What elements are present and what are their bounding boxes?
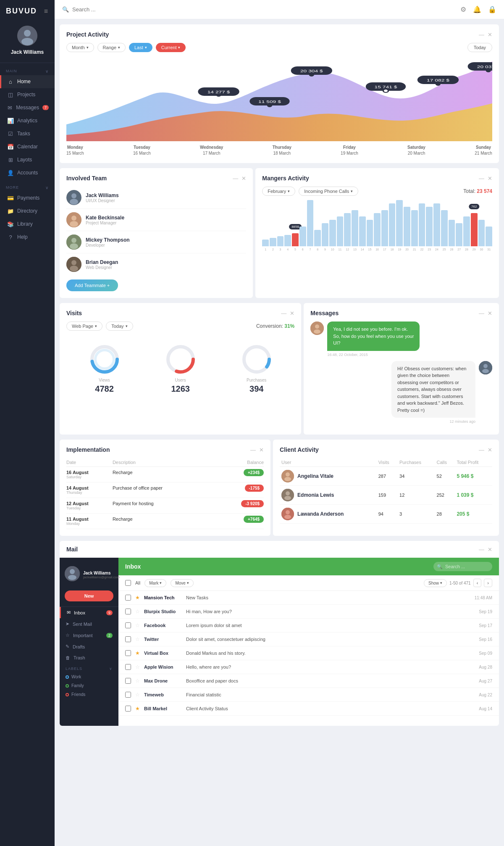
mail-nav-inbox[interactable]: ✉ Inbox 9: [60, 607, 118, 618]
mail-label-family[interactable]: Family: [60, 681, 118, 690]
star-icon[interactable]: ★: [135, 706, 140, 712]
conversion-value: 31%: [284, 323, 294, 329]
star-icon[interactable]: ★: [135, 595, 140, 601]
mail-nav-drafts[interactable]: ✎ Drafts: [60, 641, 118, 652]
prev-page-button[interactable]: ‹: [473, 579, 482, 587]
minimize-icon[interactable]: —: [281, 310, 286, 316]
email-subject: Hello, where are you?: [186, 664, 475, 669]
settings-icon[interactable]: ⚙: [460, 5, 466, 13]
mail-nav-trash[interactable]: 🗑 Trash: [60, 652, 118, 663]
email-checkbox[interactable]: [125, 609, 131, 614]
sidebar-item-payments[interactable]: 💳 Payments: [0, 192, 55, 205]
svg-text:17 082 $: 17 082 $: [427, 78, 449, 82]
mail-nav-important[interactable]: ☆ Important 2: [60, 630, 118, 641]
svg-text:20 037 $: 20 037 $: [477, 65, 492, 69]
sidebar-item-projects[interactable]: ◫ Projects: [0, 88, 55, 101]
close-icon[interactable]: ✕: [290, 310, 294, 316]
close-icon[interactable]: ✕: [488, 546, 492, 553]
show-pill[interactable]: Show▾: [424, 579, 447, 587]
star-icon[interactable]: ☆: [135, 664, 140, 670]
close-icon[interactable]: ✕: [488, 447, 492, 453]
minimize-icon[interactable]: —: [479, 32, 484, 38]
email-row[interactable]: ★ Bill Markel Client Activity Status Aug…: [118, 702, 499, 716]
email-checkbox[interactable]: [125, 622, 131, 628]
sidebar-item-calendar[interactable]: 📅 Calendar: [0, 140, 55, 153]
sidebar-item-messages[interactable]: ✉ Messages 7: [0, 101, 55, 114]
sidebar-item-library[interactable]: 📚 Library: [0, 218, 55, 231]
filter-month[interactable]: Month▾: [66, 43, 94, 52]
email-row[interactable]: ★ Virtual Box Donald Markus and his stor…: [118, 646, 499, 660]
minimize-icon[interactable]: —: [479, 310, 484, 316]
msg-avatar: [310, 322, 324, 335]
email-checkbox[interactable]: [125, 664, 131, 670]
filter-webpage[interactable]: Web Page▾: [66, 322, 102, 331]
mail-nav-sent[interactable]: ➤ Sent Mail: [60, 618, 118, 630]
minimize-icon[interactable]: —: [233, 175, 238, 182]
email-checkbox[interactable]: [125, 692, 131, 698]
star-icon[interactable]: ☆: [135, 692, 140, 698]
email-checkbox[interactable]: [125, 636, 131, 642]
close-icon[interactable]: ✕: [242, 175, 246, 182]
minimize-icon[interactable]: —: [479, 546, 484, 553]
email-checkbox[interactable]: [125, 706, 131, 712]
star-icon[interactable]: ☆: [135, 678, 140, 684]
filter-call-type[interactable]: Incoming Phone Calls▾: [299, 187, 358, 196]
email-checkbox[interactable]: [125, 650, 131, 656]
sidebar-item-layots[interactable]: ⊞ Layots: [0, 153, 55, 166]
client-profit: 5 946 $: [457, 473, 473, 479]
email-row[interactable]: ☆ Blurpix Studio Hi man, How are you? Se…: [118, 605, 499, 619]
close-icon[interactable]: ✕: [488, 32, 492, 38]
filter-today[interactable]: Today▾: [106, 322, 133, 331]
sidebar-item-analytics[interactable]: 📊 Analytics: [0, 114, 55, 127]
mail-new-button[interactable]: New: [65, 590, 113, 601]
sidebar-item-home[interactable]: ⌂ Home: [0, 75, 55, 88]
sidebar-item-label: Messages: [16, 105, 39, 111]
menu-icon[interactable]: ≡: [44, 8, 49, 15]
sidebar-item-tasks[interactable]: ☑ Tasks: [0, 127, 55, 140]
mail-label-friends[interactable]: Friends: [60, 690, 118, 699]
close-icon[interactable]: ✕: [488, 175, 492, 182]
star-icon[interactable]: ☆: [135, 636, 140, 642]
next-page-button[interactable]: ›: [484, 579, 492, 587]
today-btn[interactable]: Today: [467, 43, 492, 52]
minimize-icon[interactable]: —: [479, 447, 484, 453]
sidebar-item-directory[interactable]: 📁 Directory: [0, 205, 55, 218]
email-row[interactable]: ☆ Apple Wision Hello, where are you? Aug…: [118, 660, 499, 674]
email-checkbox[interactable]: [125, 595, 131, 601]
mail-nav-label: Drafts: [73, 644, 85, 649]
star-icon[interactable]: ☆: [135, 622, 140, 628]
star-icon[interactable]: ★: [135, 650, 140, 656]
filter-current[interactable]: Current▾: [156, 43, 186, 52]
mail-label-work[interactable]: Work: [60, 672, 118, 681]
email-row[interactable]: ★ Mansion Tech New Tasks 11:48 AM: [118, 591, 499, 605]
email-subject: Financial statistic: [186, 692, 475, 697]
lock-icon[interactable]: 🔒: [488, 5, 496, 13]
sidebar-item-accounts[interactable]: 👤 Accounts: [0, 166, 55, 179]
move-pill[interactable]: Move▾: [171, 579, 193, 587]
filter-last[interactable]: Last▾: [129, 43, 152, 52]
minimize-icon[interactable]: —: [479, 175, 484, 182]
conversion-text: Conversion: 31%: [256, 323, 294, 329]
minimize-icon[interactable]: —: [250, 447, 256, 453]
email-row[interactable]: ☆ Max Drone Boxoffice and paper docs Aug…: [118, 674, 499, 688]
close-icon[interactable]: ✕: [488, 310, 492, 316]
email-row[interactable]: ☆ Facebook Lorem ipsum dolor sit amet Se…: [118, 619, 499, 633]
star-icon[interactable]: ☆: [135, 609, 140, 614]
mark-pill[interactable]: Mark▾: [144, 579, 166, 587]
donut-row: Views 4782 Users 1263: [66, 336, 294, 401]
filter-range[interactable]: Range▾: [97, 43, 126, 52]
search-input[interactable]: [72, 6, 139, 13]
close-icon[interactable]: ✕: [259, 447, 264, 453]
email-row[interactable]: ☆ Timeweb Financial statistic Aug 22: [118, 688, 499, 702]
mail-nav-label: Inbox: [74, 610, 85, 615]
add-teammate-button[interactable]: Add Teammate +: [66, 279, 118, 291]
sidebar-item-help[interactable]: ? Help: [0, 231, 55, 244]
select-all-checkbox[interactable]: [125, 580, 131, 586]
chart-label-thursday: Thursday 18 March: [273, 145, 291, 156]
svg-point-41: [315, 324, 319, 329]
filter-february[interactable]: February▾: [262, 187, 295, 196]
bell-icon[interactable]: 🔔: [473, 5, 481, 13]
home-icon: ⌂: [7, 79, 14, 85]
email-row[interactable]: ☆ Twitter Dolor sit amet, consectetuer a…: [118, 633, 499, 646]
email-checkbox[interactable]: [125, 678, 131, 684]
